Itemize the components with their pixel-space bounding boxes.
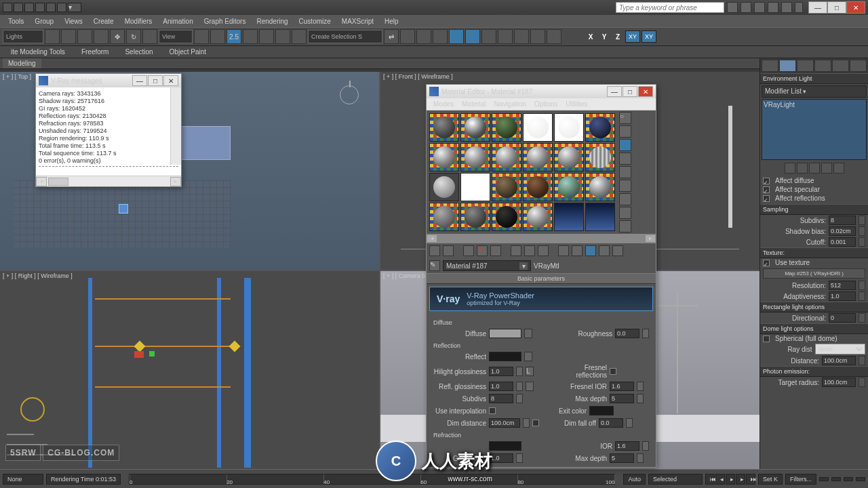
close-button[interactable]: ✕ <box>638 86 653 97</box>
menu-group[interactable]: Group <box>29 18 59 25</box>
ribbon-item[interactable]: Freeform <box>73 48 117 56</box>
spinner[interactable] <box>637 453 644 463</box>
pivot-icon[interactable] <box>194 29 209 44</box>
assign-material-icon[interactable] <box>463 245 474 256</box>
axis-xy[interactable]: XY <box>625 30 640 43</box>
material-slot[interactable] <box>492 113 521 142</box>
refl-gloss-input[interactable] <box>489 382 513 391</box>
reflect-map-button[interactable] <box>524 352 532 361</box>
spinner[interactable] <box>516 453 523 463</box>
remove-mod-icon[interactable] <box>821 163 832 174</box>
time-slider[interactable]: 0 20 40 60 80 100 <box>129 474 615 485</box>
close-button[interactable]: ✕ <box>846 1 865 14</box>
dim-dist-checkbox[interactable] <box>532 420 539 426</box>
pick-material-icon[interactable]: ✎ <box>429 260 440 271</box>
glossiness-input[interactable] <box>489 453 513 463</box>
material-slot[interactable] <box>429 203 459 231</box>
scroll-left-icon[interactable]: ◂ <box>36 177 47 186</box>
put-material-icon[interactable] <box>443 245 454 256</box>
modifier-stack[interactable]: VRayLight <box>762 99 867 160</box>
material-slot[interactable] <box>523 113 553 142</box>
use-texture-checkbox[interactable] <box>763 260 770 266</box>
axis-y[interactable]: Y <box>598 30 610 43</box>
material-slot[interactable] <box>492 173 521 201</box>
angle-snap-icon[interactable] <box>243 29 258 44</box>
reflect-color-swatch[interactable] <box>489 352 521 361</box>
coord-dropdown[interactable]: View <box>159 30 193 43</box>
make-copy-icon[interactable] <box>490 245 501 256</box>
named-sel-icon[interactable] <box>292 29 307 44</box>
rollup-header[interactable]: Basic parameters <box>427 273 656 284</box>
material-slot[interactable] <box>554 113 584 142</box>
put-to-library-icon[interactable] <box>524 245 535 256</box>
material-slot[interactable] <box>585 173 615 201</box>
spinner[interactable] <box>859 356 865 365</box>
material-slot[interactable] <box>585 203 615 231</box>
percent-snap-icon[interactable] <box>259 29 274 44</box>
vray-messages-window[interactable]: V-Ray messages — □ ✕ Camera rays: 334313… <box>35 73 182 187</box>
ior-input[interactable] <box>615 441 639 451</box>
minimize-button[interactable]: — <box>808 1 827 14</box>
spinner[interactable] <box>523 418 530 428</box>
material-slot[interactable] <box>585 143 615 171</box>
spinner[interactable] <box>859 226 865 236</box>
lock-button[interactable]: L <box>526 367 534 376</box>
maximize-button[interactable]: □ <box>148 75 163 86</box>
resolution-input[interactable] <box>829 281 856 290</box>
spinner[interactable] <box>859 216 865 225</box>
material-slot[interactable] <box>554 203 584 231</box>
sample-scrollbar[interactable]: ◂ ▸ <box>427 234 656 243</box>
configure-icon[interactable] <box>833 163 844 174</box>
vray-messages-titlebar[interactable]: V-Ray messages — □ ✕ <box>36 74 181 87</box>
curve-editor-icon[interactable] <box>433 29 448 44</box>
use-interp-checkbox[interactable] <box>489 407 496 414</box>
ribbon-item[interactable]: ite Modeling Tools <box>3 48 73 56</box>
align-icon[interactable] <box>400 29 415 44</box>
material-id-icon[interactable] <box>538 245 549 256</box>
dim-dist-input[interactable] <box>489 418 520 428</box>
titlebar-btn[interactable] <box>24 3 34 12</box>
modifier-list-dropdown[interactable]: Modifier List ▾ <box>762 85 867 98</box>
axis-xy2[interactable]: XY <box>642 30 656 43</box>
ribbon-item[interactable]: Object Paint <box>161 48 214 56</box>
material-slot[interactable] <box>460 203 490 231</box>
minimize-button[interactable]: — <box>607 86 622 97</box>
nav-icon[interactable] <box>831 477 841 481</box>
key-filters-button[interactable]: Filters... <box>785 474 816 485</box>
material-slot[interactable] <box>460 143 490 171</box>
spinner[interactable] <box>859 378 865 387</box>
help-icon[interactable] <box>781 2 792 13</box>
scroll-right-icon[interactable]: ▸ <box>645 235 656 243</box>
material-slot[interactable] <box>429 173 459 201</box>
menu-modifiers[interactable]: Modifiers <box>119 18 158 25</box>
spinner[interactable] <box>859 237 865 247</box>
favorite-icon[interactable] <box>768 2 778 13</box>
cutoff-input[interactable] <box>829 237 856 247</box>
spinner[interactable] <box>516 394 523 403</box>
ribbon-tab-modeling[interactable]: Modeling <box>3 58 41 68</box>
rotate-tool-icon[interactable]: ↻ <box>126 29 141 44</box>
material-slot[interactable] <box>492 143 521 171</box>
axis-x[interactable]: X <box>585 30 597 43</box>
backlight-icon[interactable] <box>619 125 631 138</box>
scroll-thumb[interactable] <box>48 178 68 186</box>
make-unique-icon[interactable] <box>511 245 521 256</box>
make-unique-icon[interactable] <box>809 163 820 174</box>
material-editor-titlebar[interactable]: Material Editor - Material #187 — □ ✕ <box>427 85 656 98</box>
manip-icon[interactable] <box>210 29 225 44</box>
scroll-right-icon[interactable]: ▸ <box>170 177 181 186</box>
material-slot[interactable] <box>460 113 490 142</box>
menu-help[interactable]: Help <box>379 18 404 25</box>
set-key-button[interactable]: Set K <box>758 474 783 485</box>
scroll-left-icon[interactable]: ◂ <box>427 235 437 243</box>
nav-icon[interactable] <box>819 477 829 481</box>
menu-views[interactable]: Views <box>59 18 88 25</box>
render-frame-icon[interactable] <box>498 29 513 44</box>
scale-tool-icon[interactable] <box>142 29 157 44</box>
select-rect-icon[interactable] <box>77 29 92 44</box>
auto-key-button[interactable]: Auto <box>623 474 646 485</box>
background-icon[interactable] <box>619 139 631 151</box>
titlebar-dropdown[interactable]: ▾ <box>68 3 81 12</box>
show-end-icon[interactable] <box>572 245 583 256</box>
toolbar-icon[interactable] <box>547 29 561 44</box>
